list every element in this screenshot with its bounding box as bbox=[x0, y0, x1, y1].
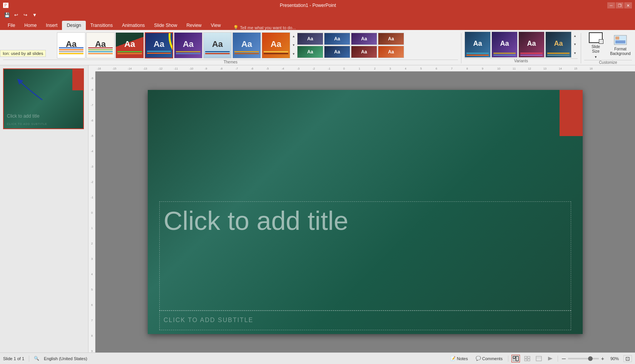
variant-3[interactable]: Aa bbox=[518, 32, 545, 58]
variants-scroll[interactable]: ▲ ▼ ▼ bbox=[572, 32, 578, 58]
theme-dark4[interactable]: Aa bbox=[378, 33, 404, 45]
svg-text:6: 6 bbox=[436, 67, 437, 70]
theme-5[interactable]: Aa bbox=[174, 32, 202, 58]
slide-sorter-button[interactable] bbox=[523, 355, 531, 362]
ribbon-body: Aa Aa Aa bbox=[0, 30, 635, 65]
theme-dark7[interactable]: Aa bbox=[351, 46, 377, 58]
theme-office-lines bbox=[59, 47, 84, 54]
tab-insert[interactable]: Insert bbox=[41, 21, 62, 30]
slide-canvas[interactable]: Click to add title CLICK TO ADD SUBTITLE bbox=[148, 90, 583, 334]
svg-text:-6: -6 bbox=[251, 67, 253, 70]
slide-thumbnail-1[interactable]: 1 Click to add title CLICK TO ADD SUBTIT… bbox=[3, 68, 85, 129]
svg-text:8: 8 bbox=[91, 334, 93, 337]
slide-thumb-subtitle: CLICK TO ADD SUBTITLE bbox=[7, 123, 80, 125]
svg-text:3: 3 bbox=[91, 258, 93, 260]
tab-view[interactable]: View bbox=[206, 21, 226, 30]
customize-items: SlideSize ▼ FormatBackground bbox=[584, 32, 632, 59]
theme-dark3[interactable]: Aa bbox=[351, 33, 377, 45]
ribbon-divider-1 bbox=[461, 33, 461, 63]
slide-size-button[interactable]: SlideSize ▼ bbox=[584, 32, 607, 59]
svg-text:-13: -13 bbox=[143, 67, 147, 70]
theme-7[interactable]: Aa bbox=[232, 32, 261, 58]
theme-dark1[interactable]: Aa bbox=[297, 33, 323, 45]
slideshow-view-button[interactable] bbox=[546, 355, 555, 362]
content-wrapper: -16 -15 -14 -13 -12 -11 -10 -9 -8 -7 -6 … bbox=[89, 65, 635, 352]
svg-text:1: 1 bbox=[359, 67, 360, 70]
reading-view-button[interactable] bbox=[535, 355, 543, 362]
svg-text:0: 0 bbox=[91, 211, 93, 214]
slide-red-accent-rect bbox=[560, 90, 583, 136]
svg-rect-59 bbox=[528, 356, 530, 358]
slide-thumb-red-accent bbox=[72, 69, 83, 90]
notes-icon: 📝 bbox=[450, 356, 456, 361]
format-bg-icon bbox=[613, 35, 627, 45]
customize-quick-access-button[interactable]: ▼ bbox=[31, 12, 38, 18]
status-divider-3 bbox=[558, 356, 558, 362]
tab-slideshow[interactable]: Slide Show bbox=[149, 21, 182, 30]
undo-button[interactable]: ↩ bbox=[12, 12, 20, 18]
svg-text:8: 8 bbox=[466, 67, 468, 70]
ribbon-tabs: File Home Insert Design Transitions Anim… bbox=[0, 19, 635, 30]
comments-button[interactable]: 💬 Comments bbox=[473, 355, 505, 362]
ruler-vertical: -9 -8 -7 -6 -5 -4 -3 -2 -1 0 1 2 3 4 5 6 bbox=[89, 71, 95, 352]
svg-rect-62 bbox=[536, 356, 541, 361]
svg-rect-61 bbox=[528, 359, 530, 361]
svg-text:5: 5 bbox=[91, 288, 93, 291]
slide-canvas-wrapper[interactable]: Click to add title CLICK TO ADD SUBTITLE bbox=[95, 71, 635, 352]
variant-1[interactable]: Aa bbox=[465, 32, 491, 58]
svg-text:9: 9 bbox=[91, 350, 93, 352]
tab-review[interactable]: Review bbox=[182, 21, 206, 30]
save-button[interactable]: 💾 bbox=[3, 12, 11, 18]
zoom-slider-thumb[interactable] bbox=[588, 356, 593, 361]
tab-home[interactable]: Home bbox=[20, 21, 41, 30]
slide-area: -9 -8 -7 -6 -5 -4 -3 -2 -1 0 1 2 3 4 5 6 bbox=[89, 71, 635, 352]
ruler-h-marks: -16 -15 -14 -13 -12 -11 -10 -9 -8 -7 -6 … bbox=[97, 66, 635, 71]
slide-title-box[interactable]: Click to add title bbox=[159, 201, 571, 311]
theme-dark2[interactable]: Aa bbox=[324, 33, 350, 45]
zoom-out-button[interactable]: ─ bbox=[561, 356, 566, 362]
notes-button[interactable]: 📝 Notes bbox=[448, 355, 470, 362]
theme-ion-label: Aa bbox=[154, 39, 164, 49]
theme-ion[interactable]: Aa bbox=[145, 32, 173, 58]
theme-6[interactable]: Aa bbox=[203, 32, 232, 58]
variants-items: Aa Aa Aa Aa bbox=[465, 32, 578, 58]
svg-text:0: 0 bbox=[343, 67, 345, 70]
tab-animations[interactable]: Animations bbox=[117, 21, 149, 30]
theme-dark8[interactable]: Aa bbox=[378, 46, 404, 58]
svg-text:2: 2 bbox=[374, 67, 376, 70]
status-divider-2 bbox=[508, 356, 508, 362]
svg-text:-1: -1 bbox=[328, 67, 330, 70]
format-background-button[interactable]: FormatBackground bbox=[609, 32, 632, 59]
tell-me-text[interactable]: Tell me what you want to do... bbox=[240, 25, 296, 30]
variants-section: Aa Aa Aa Aa bbox=[463, 32, 579, 65]
svg-text:-14: -14 bbox=[128, 67, 132, 70]
svg-text:15: 15 bbox=[574, 67, 577, 70]
variant-4[interactable]: Aa bbox=[545, 32, 572, 58]
svg-text:-5: -5 bbox=[266, 67, 269, 70]
fit-to-window-icon[interactable]: 🔍 bbox=[34, 356, 39, 361]
theme-6-label: Aa bbox=[212, 39, 223, 49]
svg-text:-10: -10 bbox=[189, 67, 193, 70]
theme-dark6[interactable]: Aa bbox=[324, 46, 350, 58]
theme-dark5[interactable]: Aa bbox=[297, 46, 323, 58]
theme-3[interactable]: Aa bbox=[115, 32, 144, 58]
theme-office[interactable]: Aa bbox=[57, 32, 85, 58]
slide-info: Slide 1 of 1 bbox=[3, 356, 24, 361]
zoom-slider[interactable] bbox=[568, 358, 599, 359]
svg-text:5: 5 bbox=[420, 67, 422, 70]
themes-scroll-up[interactable]: ▲ ▼ ▼ bbox=[291, 32, 296, 58]
slide-subtitle-box[interactable]: CLICK TO ADD SUBTITLE bbox=[159, 310, 571, 330]
theme-7-lines bbox=[234, 51, 259, 54]
tab-transitions[interactable]: Transitions bbox=[86, 21, 117, 30]
theme-8[interactable]: Aa bbox=[262, 32, 290, 58]
redo-button[interactable]: ↪ bbox=[22, 12, 29, 18]
tab-design[interactable]: Design bbox=[62, 21, 85, 30]
theme-5-lines bbox=[176, 51, 201, 54]
theme-2[interactable]: Aa bbox=[86, 32, 115, 58]
svg-rect-55 bbox=[513, 356, 515, 358]
tab-file[interactable]: File bbox=[3, 21, 20, 30]
ruler-v-marks: -9 -8 -7 -6 -5 -4 -3 -2 -1 0 1 2 3 4 5 6 bbox=[89, 71, 95, 352]
normal-view-button[interactable] bbox=[511, 355, 520, 362]
svg-text:1: 1 bbox=[91, 227, 93, 229]
variant-2[interactable]: Aa bbox=[491, 32, 518, 58]
